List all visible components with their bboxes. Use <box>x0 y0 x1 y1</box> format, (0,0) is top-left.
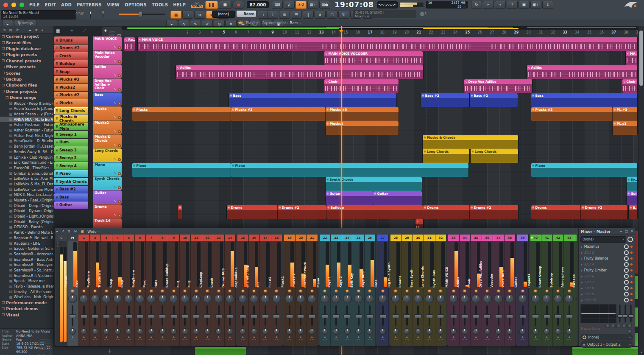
browser-item[interactable]: ❒Current project <box>0 34 53 39</box>
pan-knob[interactable] <box>213 294 224 304</box>
pan-knob[interactable] <box>553 294 564 304</box>
pan-knob[interactable] <box>401 294 413 304</box>
browser-item[interactable]: ▤SeamlessR - Menagerie <box>0 262 53 268</box>
route-arrow-icon[interactable]: ▴ <box>369 335 371 338</box>
volume-fader[interactable] <box>505 304 516 327</box>
fader-handle[interactable] <box>262 314 269 318</box>
route-arrow-icon[interactable]: ▴ <box>346 335 348 338</box>
eq-knob[interactable] <box>622 324 627 328</box>
slot-mix-knob[interactable] <box>624 286 629 291</box>
track-mute-icon[interactable] <box>118 200 121 203</box>
browser-item[interactable]: ▤Olbaid - Deep..(Original Mix) <box>0 203 53 208</box>
pan-knob[interactable] <box>112 294 123 304</box>
fader-handle[interactable] <box>69 314 76 318</box>
mute-led[interactable] <box>505 288 516 294</box>
pan-knob[interactable] <box>460 294 471 304</box>
fader-handle[interactable] <box>332 314 340 318</box>
pan-knob[interactable] <box>146 294 157 304</box>
send-knob[interactable] <box>493 327 504 335</box>
pattern-item[interactable]: ≣Bass <box>54 193 88 201</box>
mute-led[interactable] <box>353 288 364 294</box>
pattern-item[interactable]: ≣Buildup <box>54 60 88 68</box>
volume-fader[interactable] <box>123 304 134 327</box>
route-arrow-icon[interactable]: ▴ <box>242 335 244 338</box>
mute-led[interactable] <box>342 288 353 294</box>
slot-enable-led[interactable] <box>630 281 633 283</box>
fader-handle[interactable] <box>239 314 246 318</box>
send-knob[interactable] <box>213 327 224 335</box>
effect-slot[interactable]: ▶Fruity Balance <box>579 255 635 261</box>
pan-knob[interactable] <box>342 294 353 304</box>
clip[interactable]: ∿MAIN VOICE <box>138 37 637 51</box>
pan-knob[interactable] <box>307 294 318 304</box>
browser-item[interactable]: ▤Atthar Feat Me..t Night feeling <box>0 133 53 138</box>
mute-led[interactable] <box>237 288 248 294</box>
track-options-icon[interactable]: … <box>95 200 98 204</box>
volume-fader[interactable] <box>493 304 504 327</box>
volume-fader[interactable] <box>377 304 388 327</box>
fader-handle[interactable] <box>532 314 539 318</box>
record-automation-icon[interactable] <box>627 237 633 242</box>
clip[interactable]: ≣Drums <box>227 205 278 219</box>
detach-icon[interactable]: ▸ <box>55 229 60 233</box>
fader-handle[interactable] <box>170 314 177 318</box>
clip[interactable]: ∿Drop Vox Adlibs <box>464 79 532 93</box>
fader-handle[interactable] <box>215 314 222 318</box>
pan-knob[interactable] <box>353 294 364 304</box>
clip[interactable]: ≣Drums <box>531 205 581 219</box>
volume-fader[interactable] <box>448 304 459 327</box>
route-arrow-icon[interactable]: ▴ <box>94 335 96 338</box>
pan-knob[interactable] <box>320 294 331 304</box>
eq-knob[interactable] <box>605 324 610 328</box>
mute-led[interactable] <box>401 288 413 294</box>
route-arrow-icon[interactable]: ▴ <box>498 335 499 338</box>
clip[interactable]: ≣Bass <box>229 93 396 107</box>
mute-led[interactable] <box>493 288 504 294</box>
pan-knob[interactable] <box>530 294 541 304</box>
pattern-item[interactable]: ≣Guitar <box>54 201 88 209</box>
browser-item[interactable]: ▤Parrik - Behind Mute Lips <box>0 230 53 235</box>
pan-knob[interactable] <box>78 294 89 304</box>
send-knob[interactable] <box>517 327 528 335</box>
route-arrow-icon[interactable]: ▴ <box>83 335 85 338</box>
pan-knob[interactable] <box>424 294 435 304</box>
route-arrow-icon[interactable]: ▴ <box>253 335 255 338</box>
track-mute-icon[interactable] <box>118 116 121 119</box>
fader-handle[interactable] <box>403 314 410 318</box>
slot-mix-knob[interactable] <box>624 292 629 296</box>
mute-led[interactable] <box>213 288 224 294</box>
route-arrow-icon[interactable]: ▴ <box>128 335 130 338</box>
clip[interactable]: ≣Plucks <box>132 107 231 121</box>
help-icon[interactable]: ? <box>507 1 518 9</box>
menu-edit[interactable]: EDIT <box>42 3 59 7</box>
route-arrow-icon[interactable]: ▴ <box>417 335 419 338</box>
route-arrow-icon[interactable]: ▴ <box>229 335 231 338</box>
track-options-icon[interactable]: … <box>95 158 98 162</box>
route-arrow-icon[interactable]: ▴ <box>139 335 141 338</box>
mute-led[interactable] <box>390 288 401 294</box>
browser-item[interactable]: ▤Sacco - Goldener Schnitt <box>0 246 53 252</box>
send-knob[interactable] <box>331 327 342 335</box>
route-arrow-icon[interactable]: ▴ <box>429 335 430 338</box>
browser-item[interactable]: ❒Plugin presets <box>0 52 53 58</box>
send-knob[interactable] <box>353 327 364 335</box>
clip[interactable]: ≣Plucks #2 <box>231 107 326 121</box>
effect-slot[interactable]: ▶Slot 7 <box>579 279 635 285</box>
track-header[interactable]: Guitar…∿ <box>93 190 122 204</box>
pan-knob[interactable] <box>180 294 191 304</box>
send-knob[interactable] <box>90 327 101 335</box>
volume-fader[interactable] <box>331 304 342 327</box>
clip[interactable]: ≣Plucks #2 <box>531 107 613 121</box>
master-pitch-knob[interactable] <box>90 10 91 19</box>
volume-fader[interactable] <box>202 304 213 327</box>
route-arrow-icon[interactable]: ▴ <box>106 335 107 338</box>
pan-knob[interactable] <box>517 294 528 304</box>
pan-knob[interactable] <box>123 294 134 304</box>
clip[interactable]: ≣ <box>178 205 182 219</box>
pan-knob[interactable] <box>191 294 202 304</box>
maximize-icon[interactable]: ▢ <box>624 229 630 233</box>
mute-led[interactable] <box>260 288 271 294</box>
send-knob[interactable] <box>78 327 89 335</box>
browser-item[interactable]: ▤Tevlo - Release..e (feat. Veela) <box>0 284 53 289</box>
step-sequencer-icon[interactable]: ≣ <box>279 11 290 19</box>
